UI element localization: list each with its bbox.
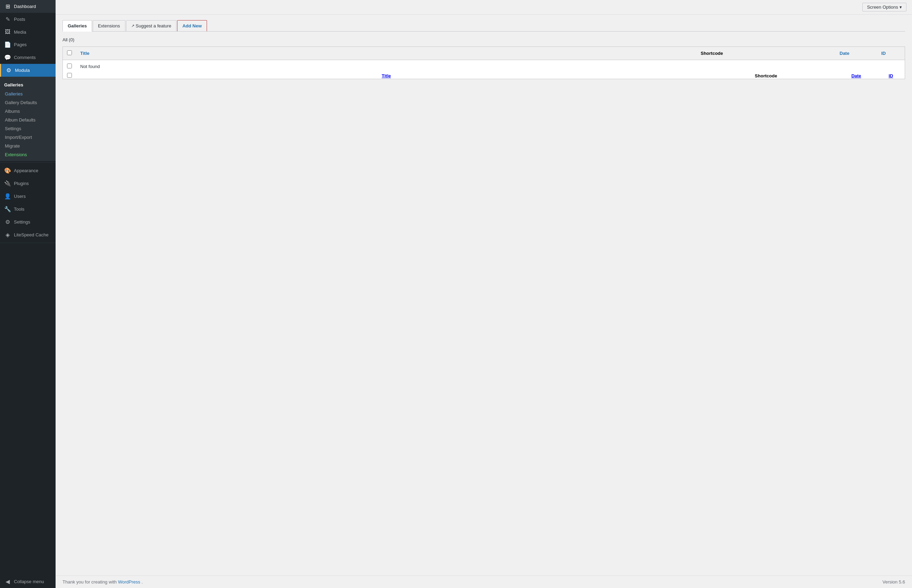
select-all-column[interactable] — [63, 47, 76, 60]
sidebar-item-dashboard[interactable]: ⊞ Dashboard — [0, 0, 55, 13]
sidebar-item-posts[interactable]: ✎ Posts — [0, 13, 55, 26]
filter-bar: All (0) — [63, 37, 905, 42]
sidebar-sub-albums[interactable]: Albums — [0, 107, 55, 116]
footer-check-column[interactable] — [63, 73, 76, 79]
table-footer-row: Title Shortcode Date ID — [63, 73, 905, 79]
row-check[interactable] — [63, 60, 76, 73]
sidebar-item-comments[interactable]: 💬 Comments — [0, 51, 55, 64]
table-header-row: Title Shortcode Date ID — [63, 47, 905, 60]
tab-galleries[interactable]: Galleries — [63, 20, 92, 32]
sidebar-item-media[interactable]: 🖼 Media — [0, 26, 55, 38]
sidebar-sub-album-defaults[interactable]: Album Defaults — [0, 116, 55, 124]
galleries-section-title: Galleries — [0, 79, 55, 90]
topbar: Screen Options ▾ — [55, 0, 912, 15]
appearance-icon: 🎨 — [4, 167, 11, 174]
footer-shortcode-column: Shortcode — [697, 73, 836, 79]
modula-icon: ⚙ — [5, 67, 12, 74]
sidebar-item-tools[interactable]: 🔧 Tools — [0, 203, 55, 216]
table-row: Not found — [63, 60, 905, 73]
tabs-bar: Galleries Extensions ↗ Suggest a feature… — [63, 20, 905, 32]
litespeed-icon: ◈ — [4, 231, 11, 238]
screen-options-button[interactable]: Screen Options ▾ — [862, 3, 906, 11]
sidebar: ⊞ Dashboard ✎ Posts 🖼 Media 📄 Pages 💬 Co… — [0, 0, 55, 588]
date-column[interactable]: Date — [836, 47, 877, 60]
users-icon: 👤 — [4, 193, 11, 200]
wordpress-link[interactable]: WordPress — [118, 579, 142, 585]
footer-version: Version 5.6 — [883, 579, 905, 585]
sidebar-item-plugins[interactable]: 🔌 Plugins — [0, 177, 55, 190]
media-icon: 🖼 — [4, 29, 11, 35]
footer-thank-you: Thank you for creating with WordPress . — [63, 579, 143, 585]
dashboard-icon: ⊞ — [4, 3, 11, 10]
sidebar-sub-import-export[interactable]: Import/Export — [0, 133, 55, 142]
pages-icon: 📄 — [4, 41, 11, 48]
sidebar-item-users[interactable]: 👤 Users — [0, 190, 55, 203]
modula-submenu: Galleries Galleries Gallery Defaults Alb… — [0, 77, 55, 161]
tab-suggest[interactable]: ↗ Suggest a feature — [126, 20, 177, 31]
shortcode-column: Shortcode — [697, 47, 836, 60]
chevron-down-icon: ▾ — [899, 5, 902, 10]
tools-icon: 🔧 — [4, 206, 11, 212]
sidebar-item-modula[interactable]: ⚙ Modula — [0, 64, 55, 77]
tab-extensions[interactable]: Extensions — [93, 20, 125, 31]
collapse-menu[interactable]: ◀ Collapse menu — [0, 575, 55, 588]
select-all-checkbox[interactable] — [67, 50, 72, 55]
sidebar-item-settings[interactable]: ⚙ Settings — [0, 216, 55, 228]
sidebar-sub-settings[interactable]: Settings — [0, 124, 55, 133]
plugins-icon: 🔌 — [4, 180, 11, 187]
sidebar-item-appearance[interactable]: 🎨 Appearance — [0, 164, 55, 177]
sidebar-sub-gallery-defaults[interactable]: Gallery Defaults — [0, 98, 55, 107]
footer-select-all-checkbox[interactable] — [67, 73, 72, 78]
footer-id-column[interactable]: ID — [877, 73, 905, 79]
row-checkbox[interactable] — [67, 63, 72, 68]
collapse-icon: ◀ — [4, 578, 11, 585]
id-column[interactable]: ID — [877, 47, 905, 60]
comments-icon: 💬 — [4, 54, 11, 61]
not-found-cell: Not found — [76, 60, 905, 73]
external-link-icon: ↗ — [131, 24, 134, 28]
page-content: Galleries Extensions ↗ Suggest a feature… — [55, 15, 912, 575]
tab-add-new[interactable]: Add New — [177, 20, 207, 31]
sidebar-sub-migrate[interactable]: Migrate — [0, 142, 55, 150]
galleries-table: Title Shortcode Date ID — [63, 47, 905, 79]
sidebar-sub-extensions[interactable]: Extensions — [0, 150, 55, 159]
footer-title-column[interactable]: Title — [76, 73, 697, 79]
sidebar-sub-galleries[interactable]: Galleries — [0, 90, 55, 98]
page-footer: Thank you for creating with WordPress . … — [55, 575, 912, 588]
settings-icon: ⚙ — [4, 219, 11, 225]
footer-date-column[interactable]: Date — [836, 73, 877, 79]
main-content: Screen Options ▾ Galleries Extensions ↗ … — [55, 0, 912, 588]
sidebar-item-pages[interactable]: 📄 Pages — [0, 38, 55, 51]
posts-icon: ✎ — [4, 16, 11, 23]
sidebar-item-litespeed[interactable]: ◈ LiteSpeed Cache — [0, 228, 55, 241]
title-column[interactable]: Title — [76, 47, 697, 60]
